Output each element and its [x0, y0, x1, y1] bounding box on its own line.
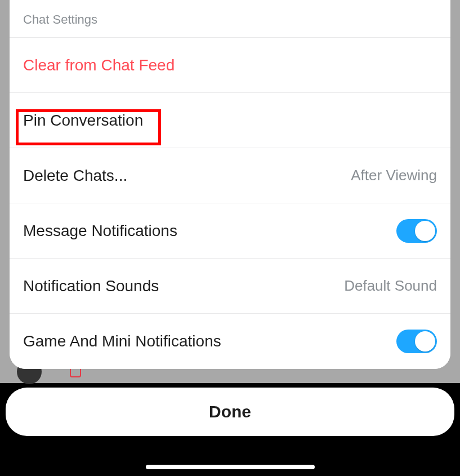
- notif-sounds-value: Default Sound: [344, 277, 437, 295]
- delete-chats-row[interactable]: Delete Chats... After Viewing: [10, 148, 450, 203]
- clear-from-chat-feed-row[interactable]: Clear from Chat Feed: [10, 38, 450, 93]
- msg-notifs-label: Message Notifications: [23, 222, 177, 240]
- notification-sounds-row[interactable]: Notification Sounds Default Sound: [10, 259, 450, 314]
- toggle-knob: [415, 221, 435, 241]
- section-header: Chat Settings: [10, 0, 450, 38]
- delete-value: After Viewing: [351, 167, 437, 184]
- game-mini-notifications-row[interactable]: Game And Mini Notifications: [10, 314, 450, 369]
- pin-conversation-row[interactable]: Pin Conversation: [10, 93, 450, 148]
- toggle-knob: [415, 331, 435, 352]
- pin-label: Pin Conversation: [23, 112, 143, 130]
- clear-label: Clear from Chat Feed: [23, 56, 175, 74]
- message-notifications-toggle[interactable]: [396, 219, 437, 243]
- home-indicator: [146, 465, 315, 469]
- delete-label: Delete Chats...: [23, 167, 127, 185]
- chat-settings-sheet: Chat Settings Clear from Chat Feed Pin C…: [10, 0, 450, 369]
- message-notifications-row[interactable]: Message Notifications: [10, 203, 450, 259]
- done-label: Done: [209, 402, 251, 421]
- notif-sounds-label: Notification Sounds: [23, 277, 159, 295]
- done-button[interactable]: Done: [6, 388, 454, 436]
- game-mini-notifications-toggle[interactable]: [396, 330, 437, 353]
- section-title: Chat Settings: [23, 12, 97, 26]
- game-notifs-label: Game And Mini Notifications: [23, 332, 221, 350]
